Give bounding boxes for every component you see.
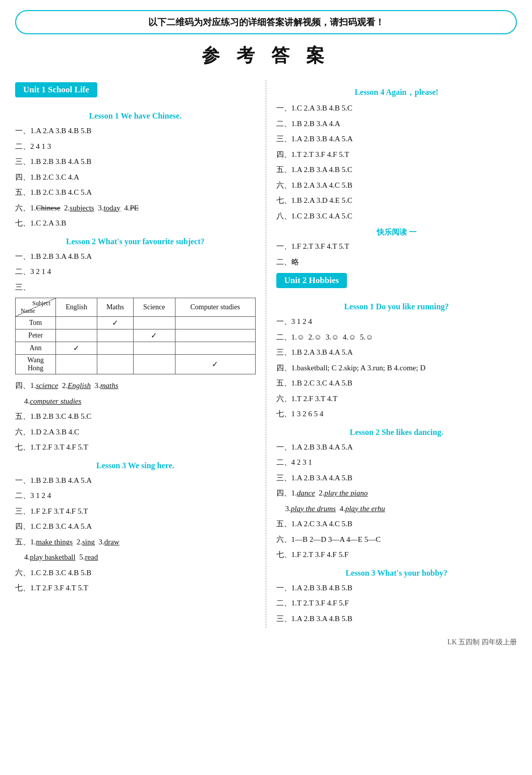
lesson2-answers: 一、1.B 2.B 3.A 4.B 5.A 二、3 2 1 4 三、 Subje… <box>15 250 256 454</box>
lesson2-title: Lesson 2 What's your favourite subject? <box>15 237 256 246</box>
r-lesson3-answers: 一、1.A 2.B 3.B 4.B 5.B 二、1.T 2.T 3.F 4.F … <box>276 582 517 626</box>
answer-row: 六、1.B 2.A 3.A 4.C 5.B <box>276 179 517 192</box>
unit2-header: Unit 2 Hobbies <box>276 273 347 288</box>
answer-row: 五、1.B 2.C 3.C 4.A 5.B <box>276 377 517 390</box>
footer: LK 五四制 四年级上册 <box>15 638 517 647</box>
main-title: 参 考 答 案 <box>15 43 517 68</box>
answer-row: 一、1.A 2.B 3.B 4.A 5.A <box>276 441 517 454</box>
table-row: Ann ✓ <box>16 342 256 355</box>
lesson4-title: Lesson 4 Again，please! <box>276 87 517 98</box>
answer-row: 二、3 1 2 4 <box>15 489 256 503</box>
r-lesson2-title: Lesson 2 She likes dancing. <box>276 428 517 437</box>
lesson3-title: Lesson 3 We sing here. <box>15 461 256 470</box>
answer-row: 四、1.C 2.B 3.C 4.A 5.A <box>15 520 256 533</box>
r-lesson1-answers: 一、3 1 2 4 二、1.☺ 2.☺ 3.☺ 4.☺ 5.☺ 三、1.B 2.… <box>276 315 517 421</box>
answer-row: 二、4 2 3 1 <box>276 456 517 469</box>
answer-row: 一、1.A 2.B 3.B 4.B 5.B <box>276 582 517 595</box>
answer-row: 七、1.T 2.F 3.F 4.T 5.T <box>15 582 256 595</box>
answer-row: 三、 <box>15 281 256 294</box>
top-banner: 以下二维码为对应练习的详细答案讲解视频，请扫码观看！ <box>15 10 517 34</box>
r-lesson1-title: Lesson 1 Do you like running? <box>276 302 517 311</box>
answer-row: 七、1 3 2 6 5 4 <box>276 408 517 421</box>
unit1-header: Unit 1 School Life <box>15 82 97 97</box>
right-column: Lesson 4 Again，please! 一、1.C 2.A 3.B 4.B… <box>266 80 517 628</box>
answer-row: 一、1.F 2.T 3.F 4.T 5.T <box>276 240 517 253</box>
answer-row: 一、1.B 2.B 3.A 4.B 5.A <box>15 250 256 263</box>
answer-row-6: 六、1.Chinese 2.subjects 3.today 4.PE <box>15 202 256 215</box>
lesson1-title: Lesson 1 We have Chinese. <box>15 112 256 121</box>
answer-row: 三、1.B 2.A 3.B 4.A 5.A <box>276 346 517 359</box>
answer-row: 六、1.C 2.B 3.C 4.B 5.B <box>15 567 256 580</box>
answer-row-5: 五、1.make things 2.sing 3.draw <box>15 536 256 549</box>
answer-row: 五、1.A 2.C 3.A 4.C 5.B <box>276 518 517 531</box>
answer-row-faces: 二、1.☺ 2.☺ 3.☺ 4.☺ 5.☺ <box>276 331 517 344</box>
answer-row: 六、1—B 2—D 3—A 4—E 5—C <box>276 533 517 546</box>
answer-row: 六、1.D 2.A 3.B 4.C <box>15 426 256 439</box>
lesson1-answers: 一、1.A 2.A 3.B 4.B 5.B 二、2 4 1 3 三、1.B 2.… <box>15 125 256 230</box>
answer-row: 四、1.B 2.C 3.C 4.A <box>15 171 256 184</box>
answer-row: 三、1.F 2.F 3.T 4.F 5.T <box>15 505 256 518</box>
answer-row: 一、1.C 2.A 3.B 4.B 5.C <box>276 102 517 115</box>
answer-row-4: 四、1.dance 2.play the piano <box>276 487 517 500</box>
answer-row: 一、3 1 2 4 <box>276 315 517 328</box>
answer-row: 五、1.B 2.C 3.B 4.C 5.A <box>15 186 256 199</box>
left-column: Unit 1 School Life Lesson 1 We have Chin… <box>15 80 266 628</box>
kuaile-answers: 一、1.F 2.T 3.F 4.T 5.T 二、略 <box>276 240 517 268</box>
kuaile-label: 快乐阅读 一 <box>276 228 517 237</box>
answer-row: 七、1.T 2.F 3.T 4.F 5.T <box>15 441 256 454</box>
lesson4-answers: 一、1.C 2.A 3.B 4.B 5.C 二、1.B 2.B 3.A 4.A … <box>276 102 517 223</box>
answer-row: 三、1.A 2.B 3.B 4.A 5.A <box>276 133 517 146</box>
answer-row: 三、1.B 2.B 3.B 4.A 5.B <box>15 155 256 169</box>
answer-row-4b: 3.play the drums 4.play the erhu <box>285 503 517 516</box>
answer-row: 三、1.A 2.B 3.A 4.A 5.B <box>276 472 517 485</box>
answer-row: 二、2 4 1 3 <box>15 140 256 153</box>
table-row: Tom ✓ <box>16 317 256 329</box>
answer-row: 八、1.C 2.B 3.C 4.A 5.C <box>276 210 517 223</box>
answer-row-4: 四、1.science 2.English 3.maths <box>15 379 256 393</box>
answer-row: 二、略 <box>276 256 517 269</box>
answer-row: 五、1.A 2.B 3.A 4.B 5.C <box>276 163 517 177</box>
answer-row: 二、3 2 1 4 <box>15 265 256 279</box>
answer-row: 四、1.basketball; C 2.skip; A 3.run; B 4.c… <box>276 362 517 375</box>
answer-row-5b: 4.play basketball 5.read <box>24 551 256 564</box>
answer-row-4b: 4.computer studies <box>24 395 256 408</box>
answer-row: 七、1.C 2.A 3.B <box>15 217 256 230</box>
answer-row: 六、1.T 2.F 3.T 4.T <box>276 393 517 406</box>
r-lesson3-title: Lesson 3 What's your hobby? <box>276 569 517 578</box>
answer-row: 三、1.A 2.B 3.A 4.B 5.B <box>276 613 517 626</box>
answer-row: 四、1.T 2.T 3.F 4.F 5.T <box>276 148 517 161</box>
table-row: Peter ✓ <box>16 329 256 342</box>
answer-row: 一、1.B 2.B 3.B 4.A 5.A <box>15 474 256 487</box>
subject-table: Subject Name English Maths Science Compu… <box>15 298 256 374</box>
answer-row: 七、1.F 2.T 3.F 4.F 5.F <box>276 548 517 562</box>
table-row: Wang Hong ✓ <box>16 355 256 374</box>
answer-row: 七、1.B 2.A 3.D 4.E 5.C <box>276 194 517 207</box>
answer-row: 五、1.B 2.B 3.C 4.B 5.C <box>15 410 256 423</box>
answer-row: 二、1.B 2.B 3.A 4.A <box>276 118 517 131</box>
r-lesson2-answers: 一、1.A 2.B 3.B 4.A 5.A 二、4 2 3 1 三、1.A 2.… <box>276 441 517 562</box>
answer-row: 一、1.A 2.A 3.B 4.B 5.B <box>15 125 256 138</box>
lesson3-answers: 一、1.B 2.B 3.B 4.A 5.A 二、3 1 2 4 三、1.F 2.… <box>15 474 256 595</box>
answer-row: 二、1.T 2.T 3.F 4.F 5.F <box>276 597 517 610</box>
